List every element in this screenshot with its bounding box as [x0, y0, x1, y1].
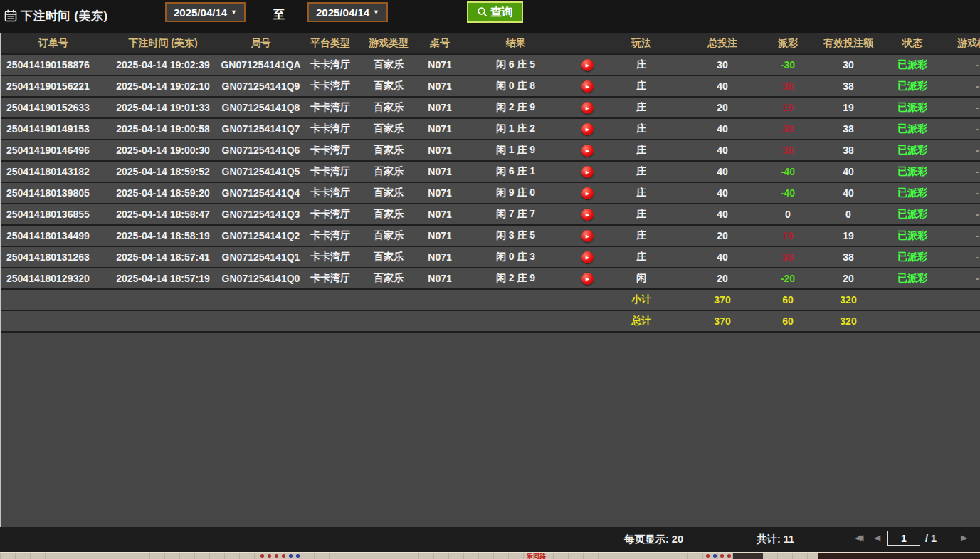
column-header-bet-time: 下注时间 (美东)	[106, 37, 220, 50]
bead-dot	[713, 554, 717, 558]
play-icon: ▶	[586, 234, 589, 239]
bead-dot	[706, 554, 710, 558]
subtotal-row: 小计37060320	[1, 290, 980, 311]
query-button[interactable]: 查询	[467, 1, 523, 23]
cell-platform: 卡卡湾厅	[302, 251, 359, 263]
cell-round-no: GN071254141QA	[220, 59, 302, 70]
cell-round-no: GN071254141Q3	[220, 209, 302, 220]
replay-button[interactable]: ▶	[581, 251, 594, 263]
replay-cell: ▶	[570, 101, 604, 114]
column-header-platform: 平台类型	[302, 37, 359, 50]
bead-dot	[275, 554, 278, 558]
table-row: 2504141801293202025-04-14 18:57:19GN0712…	[1, 268, 980, 290]
cell-game-type: 百家乐	[359, 187, 418, 199]
next-page-button[interactable]: ▶	[961, 533, 967, 542]
bead-dot	[296, 554, 300, 558]
cell-total-bet: 40	[678, 251, 766, 263]
cell-game-mode: -	[937, 59, 980, 70]
date-to-select[interactable]: 2025/04/14 ▼	[307, 2, 388, 22]
cell-game-type: 百家乐	[359, 101, 418, 114]
table-row: 2504141901588762025-04-14 19:02:39GN0712…	[1, 55, 980, 76]
cell-round-no: GN071254141Q2	[220, 230, 302, 241]
cell-valid-bet: 38	[809, 80, 887, 92]
cell-valid-bet: 38	[809, 145, 887, 156]
query-button-label: 查询	[490, 5, 513, 20]
replay-button[interactable]: ▶	[581, 209, 594, 221]
cell-bet-time: 2025-04-14 18:58:47	[106, 209, 220, 220]
page-total-label: / 1	[925, 533, 937, 544]
column-header-total-bet: 总投注	[678, 37, 766, 50]
road-label: 乐同路	[527, 552, 546, 559]
cell-result: 闲 1 庄 2	[461, 122, 570, 135]
table-row: 2504141901562212025-04-14 19:02:10GN0712…	[1, 76, 980, 98]
replay-button[interactable]: ▶	[581, 123, 594, 135]
replay-button[interactable]: ▶	[581, 102, 594, 114]
cell-play: 庄	[604, 251, 678, 263]
date-from-value: 2025/04/14	[174, 6, 227, 19]
cell-table-no: N071	[418, 251, 461, 263]
cell-platform: 卡卡湾厅	[302, 208, 359, 221]
cell-valid-bet: 0	[809, 209, 887, 220]
column-header-order-no: 订单号	[1, 37, 106, 50]
cell-order-no: 250414180131263	[1, 251, 106, 263]
prev-page-button[interactable]: ◀	[874, 533, 880, 542]
replay-cell: ▶	[570, 229, 604, 242]
cell-bet-time: 2025-04-14 18:58:19	[106, 230, 220, 241]
search-icon	[477, 6, 488, 18]
play-icon: ▶	[586, 212, 589, 217]
date-from-select[interactable]: 2025/04/14 ▼	[165, 2, 246, 22]
play-icon: ▶	[586, 127, 589, 132]
play-icon: ▶	[586, 255, 589, 260]
replay-cell: ▶	[570, 208, 604, 221]
table-row: 2504141801312632025-04-14 18:57:41GN0712…	[1, 247, 980, 268]
table-end-divider	[1, 333, 980, 333]
dropdown-arrow-icon: ▼	[373, 9, 379, 16]
grand-total-row-valid-bet: 320	[809, 315, 887, 327]
grand-total-row-payout: 60	[766, 315, 809, 327]
subtotal-row-total-bet: 370	[678, 294, 766, 305]
replay-button[interactable]: ▶	[581, 230, 594, 242]
cell-status: 已派彩	[887, 229, 937, 242]
cell-round-no: GN071254141Q6	[220, 145, 302, 156]
table-row: 2504141901526332025-04-14 19:01:33GN0712…	[1, 98, 980, 119]
replay-button[interactable]: ▶	[581, 59, 594, 71]
cell-total-bet: 40	[678, 166, 766, 177]
table-header-row: 订单号下注时间 (美东)局号平台类型游戏类型桌号结果玩法总投注派彩有效投注额状态…	[1, 33, 980, 55]
cell-valid-bet: 19	[809, 230, 887, 241]
cell-bet-time: 2025-04-14 19:02:39	[106, 59, 220, 70]
cell-result: 闲 3 庄 5	[461, 229, 570, 242]
cell-table-no: N071	[418, 80, 461, 92]
cell-result: 闲 7 庄 7	[461, 208, 570, 221]
cell-table-no: N071	[418, 187, 461, 199]
cell-result: 闲 9 庄 0	[461, 187, 570, 199]
cell-round-no: GN071254141Q9	[220, 80, 302, 92]
cell-order-no: 250414180134499	[1, 230, 106, 241]
cell-play: 庄	[604, 208, 678, 221]
cell-status: 已派彩	[887, 251, 937, 263]
cell-platform: 卡卡湾厅	[302, 144, 359, 157]
replay-button[interactable]: ▶	[581, 166, 594, 178]
cell-play: 庄	[604, 101, 678, 114]
replay-button[interactable]: ▶	[581, 145, 594, 157]
cell-bet-time: 2025-04-14 19:00:58	[106, 123, 220, 135]
cell-game-mode: -	[937, 102, 980, 113]
replay-button[interactable]: ▶	[581, 80, 594, 93]
cell-order-no: 250414180139805	[1, 187, 106, 199]
cell-game-mode: -	[937, 230, 980, 241]
play-icon: ▶	[586, 148, 589, 153]
subtotal-row-play: 小计	[604, 293, 678, 306]
page-number-input[interactable]	[887, 531, 920, 546]
cell-result: 闲 6 庄 5	[461, 58, 570, 71]
column-header-round-no: 局号	[220, 37, 302, 50]
cell-valid-bet: 40	[809, 187, 887, 199]
replay-button[interactable]: ▶	[581, 273, 594, 285]
cell-order-no: 250414180143182	[1, 166, 106, 177]
cell-bet-time: 2025-04-14 18:59:20	[106, 187, 220, 199]
cell-result: 闲 6 庄 1	[461, 165, 570, 178]
first-page-button[interactable]: ◀◀	[855, 533, 859, 542]
cell-play: 庄	[604, 80, 678, 93]
replay-button[interactable]: ▶	[581, 187, 594, 199]
cell-total-bet: 40	[678, 187, 766, 199]
cell-result: 闲 1 庄 9	[461, 144, 570, 157]
play-icon: ▶	[586, 191, 589, 196]
